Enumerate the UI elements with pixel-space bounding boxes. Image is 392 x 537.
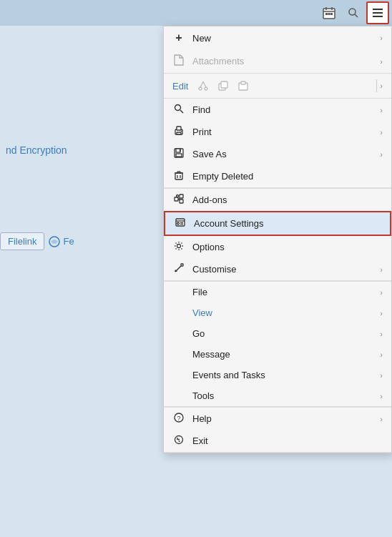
edit-row: Edit: [164, 74, 391, 99]
menu-item-exit[interactable]: Exit: [164, 430, 391, 452]
svg-text:?: ?: [177, 415, 180, 422]
hamburger-menu-button[interactable]: [366, 1, 389, 24]
svg-rect-31: [175, 173, 182, 179]
menu-item-view[interactable]: View ›: [164, 302, 391, 323]
find-arrow: ›: [380, 106, 383, 114]
file-arrow: ›: [380, 288, 383, 297]
empty-deleted-label: Empty Deleted: [192, 171, 383, 182]
tools-arrow: ›: [380, 392, 383, 400]
menu-item-customise[interactable]: Customise ›: [164, 258, 391, 280]
menu-item-print[interactable]: Print ›: [164, 121, 391, 143]
file-label: File: [192, 287, 373, 297]
events-tasks-label: Events and Tasks: [192, 370, 373, 380]
menu-item-empty-deleted[interactable]: Empty Deleted: [164, 165, 391, 187]
menu-item-go[interactable]: Go ›: [164, 323, 391, 344]
message-arrow: ›: [380, 350, 383, 359]
svg-rect-5: [328, 13, 330, 15]
svg-rect-39: [180, 194, 183, 198]
go-arrow: ›: [380, 330, 383, 338]
menu-section-addons: Add-ons Account Settings Op: [164, 189, 391, 281]
svg-line-15: [200, 82, 203, 87]
message-label: Message: [192, 349, 373, 360]
svg-point-13: [199, 87, 202, 90]
svg-point-14: [205, 87, 207, 90]
encryption-label: nd Encryption: [0, 144, 67, 156]
paste-icon[interactable]: [234, 77, 253, 94]
copy-icon[interactable]: [214, 77, 232, 94]
empty-deleted-icon: [172, 170, 185, 182]
menu-item-events-tasks[interactable]: Events and Tasks ›: [164, 365, 391, 385]
help-arrow: ›: [380, 415, 383, 423]
svg-point-48: [177, 245, 181, 248]
search-icon[interactable]: [342, 1, 365, 24]
menu-item-addons[interactable]: Add-ons: [164, 189, 391, 211]
menu-item-tools[interactable]: Tools ›: [164, 385, 391, 406]
menu-section-help: ? Help › Exit: [164, 408, 391, 453]
events-tasks-arrow: ›: [380, 371, 383, 380]
addons-icon: [172, 194, 185, 206]
menu-item-save-as[interactable]: Save As ›: [164, 143, 391, 165]
svg-rect-25: [177, 132, 181, 134]
menu-section-nav: File › View › Go › Message › Events and …: [164, 282, 391, 407]
edit-arrow: ›: [380, 82, 383, 90]
addons-label: Add-ons: [192, 194, 383, 205]
edit-icons: [194, 77, 373, 94]
new-arrow: ›: [380, 34, 383, 42]
print-icon: [172, 126, 185, 138]
save-as-label: Save As: [192, 149, 373, 159]
find-label: Find: [192, 104, 373, 115]
menu-item-attachments[interactable]: Attachments ›: [164, 49, 391, 73]
svg-rect-40: [180, 199, 183, 203]
menu-item-help[interactable]: ? Help ›: [164, 408, 391, 430]
svg-rect-18: [221, 82, 227, 88]
filelink-button[interactable]: Filelink: [0, 232, 44, 250]
print-label: Print: [192, 127, 373, 137]
svg-rect-20: [241, 82, 245, 84]
svg-rect-38: [175, 197, 178, 201]
attachments-arrow: ›: [380, 57, 383, 66]
svg-point-7: [349, 9, 356, 15]
svg-rect-50: [181, 264, 183, 266]
save-as-icon: [172, 148, 185, 160]
svg-rect-6: [330, 13, 333, 15]
svg-line-16: [203, 82, 206, 87]
customise-label: Customise: [192, 264, 373, 275]
print-arrow: ›: [380, 128, 383, 137]
menu-item-message[interactable]: Message ›: [164, 344, 391, 365]
menu-item-new[interactable]: + New ›: [164, 26, 391, 49]
help-label: Help: [192, 413, 373, 424]
attachments-label: Attachments: [192, 56, 373, 66]
svg-rect-4: [325, 13, 328, 15]
view-label: View: [192, 307, 373, 318]
svg-rect-30: [180, 149, 181, 152]
account-settings-label: Account Settings: [194, 218, 381, 229]
exit-label: Exit: [192, 435, 383, 446]
svg-point-41: [177, 195, 179, 197]
svg-rect-24: [177, 127, 181, 130]
customise-icon: [172, 263, 185, 275]
find-icon: [172, 104, 185, 116]
go-label: Go: [192, 328, 373, 339]
edit-divider: [376, 79, 377, 92]
view-arrow: ›: [380, 309, 383, 317]
filelink-area: Filelink Fe: [0, 232, 74, 250]
svg-point-21: [175, 105, 181, 111]
menu-item-options[interactable]: Options: [164, 236, 391, 258]
svg-line-8: [355, 14, 358, 17]
dropdown-menu: + New › Attachments › Edit: [163, 26, 392, 453]
svg-line-22: [180, 110, 183, 113]
menu-item-find[interactable]: Find ›: [164, 99, 391, 121]
top-bar: [0, 0, 392, 26]
svg-point-26: [181, 131, 182, 132]
exit-icon: [172, 435, 185, 447]
tools-label: Tools: [192, 390, 373, 401]
svg-point-45: [177, 222, 180, 225]
cut-icon[interactable]: [194, 77, 212, 94]
attachments-icon: [172, 54, 185, 68]
edit-label[interactable]: Edit: [172, 81, 194, 92]
menu-item-file[interactable]: File ›: [164, 282, 391, 302]
calendar-icon[interactable]: [318, 1, 340, 24]
options-label: Options: [192, 242, 383, 252]
menu-section-find: Find › Print ›: [164, 99, 391, 188]
menu-item-account-settings[interactable]: Account Settings: [164, 211, 391, 236]
